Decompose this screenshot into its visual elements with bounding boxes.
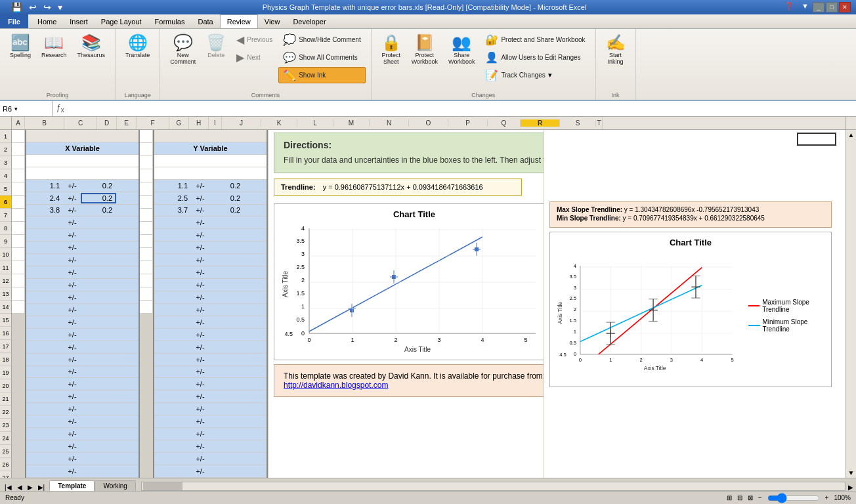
cell-A5[interactable] bbox=[12, 182, 25, 196]
save-icon[interactable]: 💾 bbox=[9, 1, 24, 13]
cell-A10[interactable] bbox=[12, 248, 25, 261]
col-header-Q[interactable]: Q bbox=[488, 119, 521, 127]
scroll-down-btn[interactable]: ▼ bbox=[847, 468, 856, 478]
start-inking-button[interactable]: ✍️ StartInking bbox=[601, 32, 630, 68]
protect-sheet-button[interactable]: 🔒 ProtectSheet bbox=[377, 32, 406, 68]
maximize-button[interactable]: □ bbox=[826, 2, 838, 12]
col-header-A[interactable]: A bbox=[12, 117, 25, 129]
next-button[interactable]: ▶ Next bbox=[232, 49, 277, 66]
cell-D7[interactable]: 0.2 bbox=[82, 206, 115, 214]
row-num-1[interactable]: 1 bbox=[0, 130, 11, 143]
row-num-7[interactable]: 7 bbox=[0, 209, 11, 222]
view-page-break-icon[interactable]: ⊠ bbox=[748, 494, 753, 501]
col-header-R[interactable]: R bbox=[521, 119, 560, 127]
col-header-E[interactable]: E bbox=[117, 117, 137, 129]
h-scroll-right-btn[interactable]: ▶ bbox=[845, 484, 856, 491]
view-normal-icon[interactable]: ⊞ bbox=[727, 494, 732, 501]
row-num-13[interactable]: 13 bbox=[0, 287, 11, 301]
undo-icon[interactable]: ↩ bbox=[27, 1, 39, 13]
research-button[interactable]: 📖 Research bbox=[37, 32, 72, 62]
last-sheet-btn[interactable]: ▶| bbox=[36, 484, 47, 491]
close-button[interactable]: ✕ bbox=[839, 2, 851, 12]
cell-A1[interactable] bbox=[12, 130, 25, 143]
cell-H6[interactable]: 0.2 bbox=[210, 194, 243, 202]
zoom-out-icon[interactable]: − bbox=[758, 494, 762, 501]
col-header-I[interactable]: I bbox=[209, 117, 222, 129]
cell-A8[interactable] bbox=[12, 222, 25, 235]
zoom-in-icon[interactable]: + bbox=[825, 494, 829, 501]
show-hide-comment-button[interactable]: 💭 Show/Hide Comment bbox=[278, 32, 365, 48]
row-num-21[interactable]: 21 bbox=[0, 392, 11, 406]
translate-button[interactable]: 🌐 Translate bbox=[121, 32, 154, 62]
row-num-18[interactable]: 18 bbox=[0, 353, 11, 366]
cell-C6[interactable]: +/- bbox=[62, 194, 82, 202]
home-menu[interactable]: Home bbox=[31, 14, 63, 28]
cell-A14[interactable] bbox=[12, 301, 25, 314]
next-sheet-btn[interactable]: ▶ bbox=[26, 484, 35, 491]
ribbon-toggle-icon[interactable]: ▼ bbox=[799, 2, 811, 12]
formula-input[interactable] bbox=[68, 101, 856, 116]
row-num-16[interactable]: 16 bbox=[0, 327, 11, 340]
row-num-27[interactable]: 27 bbox=[0, 471, 11, 478]
cell-C7[interactable]: +/- bbox=[62, 206, 82, 214]
vertical-scrollbar[interactable]: ▲ ▼ bbox=[845, 130, 856, 478]
col-header-S[interactable]: S bbox=[560, 119, 596, 127]
new-comment-button[interactable]: 💬 NewComment bbox=[165, 32, 200, 68]
row-num-2[interactable]: 2 bbox=[0, 143, 11, 156]
redo-icon[interactable]: ↪ bbox=[41, 1, 53, 13]
row-num-5[interactable]: 5 bbox=[0, 182, 11, 196]
cell-G7[interactable]: +/- bbox=[190, 206, 210, 214]
h-scrollbar-area[interactable] bbox=[136, 482, 845, 491]
col-header-P[interactable]: P bbox=[448, 119, 488, 127]
cell-A11[interactable] bbox=[12, 261, 25, 274]
insert-menu[interactable]: Insert bbox=[63, 14, 95, 28]
delete-comment-button[interactable]: 🗑️ Delete bbox=[202, 32, 230, 62]
row-num-3[interactable]: 3 bbox=[0, 156, 11, 169]
cell-C5[interactable]: +/- bbox=[62, 182, 82, 190]
col-header-G[interactable]: G bbox=[169, 117, 189, 129]
cell-B5[interactable]: 1.1 bbox=[26, 182, 62, 190]
track-changes-button[interactable]: 📝 Track Changes ▾ bbox=[481, 67, 589, 83]
col-header-C[interactable]: C bbox=[64, 117, 97, 129]
view-page-layout-icon[interactable]: ⊟ bbox=[737, 494, 742, 501]
thesaurus-button[interactable]: 📚 Thesaurus bbox=[73, 32, 110, 62]
first-sheet-btn[interactable]: |◀ bbox=[3, 484, 14, 491]
col-header-N[interactable]: N bbox=[370, 119, 409, 127]
protect-share-button[interactable]: 🔐 Protect and Share Workbook bbox=[481, 32, 589, 48]
cell-B7[interactable]: 3.8 bbox=[26, 206, 62, 214]
cell-A9[interactable] bbox=[12, 235, 25, 248]
row-num-20[interactable]: 20 bbox=[0, 379, 11, 392]
cell-F7[interactable]: 3.7 bbox=[154, 206, 190, 214]
row-num-4[interactable]: 4 bbox=[0, 169, 11, 182]
data-menu[interactable]: Data bbox=[191, 14, 219, 28]
cell-A3[interactable] bbox=[12, 156, 25, 169]
cell-G5[interactable]: +/- bbox=[190, 182, 210, 190]
show-ink-button[interactable]: ✏️ Show Ink bbox=[278, 67, 365, 83]
cell-G6[interactable]: +/- bbox=[190, 194, 210, 202]
formulas-menu[interactable]: Formulas bbox=[148, 14, 192, 28]
working-tab[interactable]: Working bbox=[95, 480, 136, 491]
zoom-slider[interactable] bbox=[767, 493, 820, 503]
col-header-B[interactable]: B bbox=[25, 117, 64, 129]
footer-link[interactable]: http://davidkann.blogspot.com bbox=[284, 381, 388, 390]
cell-B6[interactable]: 2.4 bbox=[26, 194, 62, 202]
cell-D5[interactable]: 0.2 bbox=[82, 182, 115, 190]
row-num-26[interactable]: 26 bbox=[0, 458, 11, 471]
cell-A12[interactable] bbox=[12, 274, 25, 287]
col-header-O[interactable]: O bbox=[409, 119, 448, 127]
row-num-19[interactable]: 19 bbox=[0, 366, 11, 379]
cell-D6[interactable]: 0.2 bbox=[82, 194, 115, 202]
row-num-15[interactable]: 15 bbox=[0, 314, 11, 327]
minimize-button[interactable]: _ bbox=[813, 2, 824, 12]
scroll-up-btn[interactable]: ▲ bbox=[847, 130, 856, 140]
cell-A2[interactable] bbox=[12, 143, 25, 156]
cell-A6[interactable] bbox=[12, 196, 25, 209]
page-layout-menu[interactable]: Page Layout bbox=[95, 14, 148, 28]
protect-workbook-button[interactable]: 📔 ProtectWorkbook bbox=[407, 32, 442, 68]
spelling-button[interactable]: 🔤 Spelling bbox=[5, 32, 35, 62]
show-all-comments-button[interactable]: 💬 Show All Comments bbox=[278, 49, 365, 66]
cell-A13[interactable] bbox=[12, 287, 25, 301]
allow-users-button[interactable]: 👤 Allow Users to Edit Ranges bbox=[481, 49, 589, 66]
previous-button[interactable]: ◀ Previous bbox=[232, 32, 277, 48]
row-num-14[interactable]: 14 bbox=[0, 301, 11, 314]
